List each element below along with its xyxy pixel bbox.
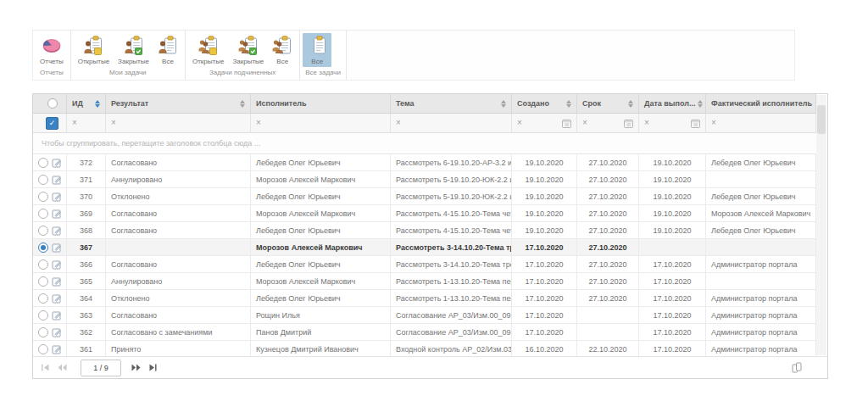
column-label: Создано	[517, 99, 549, 108]
subordinate-tasks-all-button[interactable]: Все	[268, 33, 297, 67]
cell-actual: Лебедев Олег Юрьевич	[706, 154, 816, 171]
cell-created: 19.10.2020	[512, 171, 577, 188]
cell-deadline: 27.10.2020	[577, 256, 639, 273]
edit-row-icon[interactable]	[52, 259, 62, 270]
filter-cell-created[interactable]: ×	[512, 114, 577, 133]
select-all-checkbox[interactable]: ✓	[46, 117, 58, 130]
button-label: Отчеты	[40, 58, 64, 65]
table-row[interactable]: 369СогласованоМорозов Алексей МарковичРа…	[33, 205, 816, 222]
edit-row-icon[interactable]	[52, 209, 62, 219]
filter-cell-actual-executor[interactable]: ×	[706, 114, 816, 133]
grid-header-row: ИД Результат Исполнитель Тема Создано Ср…	[33, 94, 816, 114]
edit-row-icon[interactable]	[52, 243, 62, 253]
table-row[interactable]: 366СогласованоЛебедев Олег ЮрьевичРассмо…	[33, 256, 816, 273]
column-label: Срок	[582, 99, 601, 108]
edit-row-icon[interactable]	[52, 293, 62, 304]
row-radio[interactable]	[38, 226, 48, 236]
edit-row-icon[interactable]	[52, 327, 62, 337]
table-row[interactable]: 364ОтклоненоЛебедев Олег ЮрьевичРассмотр…	[33, 290, 816, 307]
last-page-button[interactable]	[149, 364, 157, 371]
column-header-actual-executor[interactable]: Фактический исполнитель	[706, 94, 816, 114]
column-header-id[interactable]: ИД	[67, 94, 106, 114]
table-row[interactable]: 362Согласовано с замечаниямиПанов Дмитри…	[33, 324, 816, 341]
column-header-result[interactable]: Результат	[106, 94, 251, 114]
table-row[interactable]: 372СогласованоЛебедев Олег ЮрьевичРассмо…	[33, 154, 816, 171]
clear-filter-icon[interactable]: ×	[396, 119, 401, 127]
next-page-button[interactable]	[131, 364, 141, 371]
row-radio[interactable]	[38, 259, 48, 270]
cell-done: 17.10.2020	[639, 307, 706, 324]
table-row[interactable]: 365АннулированоМорозов Алексей МарковичР…	[33, 273, 816, 290]
cell-result	[106, 239, 251, 256]
column-header-executor[interactable]: Исполнитель	[251, 94, 391, 114]
row-radio[interactable]	[38, 209, 48, 219]
clear-filter-icon[interactable]: ×	[711, 119, 716, 127]
cell-created: 19.10.2020	[512, 205, 577, 222]
table-row[interactable]: 368СогласованоЛебедев Олег ЮрьевичРассмо…	[33, 222, 816, 239]
my-tasks-all-button[interactable]: Все	[153, 33, 182, 67]
my-tasks-open-button[interactable]: Открытые	[74, 33, 114, 67]
column-header-deadline[interactable]: Срок	[577, 94, 639, 114]
clear-filter-icon[interactable]: ×	[111, 119, 116, 127]
table-row[interactable]: 371АннулированоМорозов Алексей МарковичР…	[33, 171, 816, 188]
calendar-icon[interactable]	[562, 119, 571, 128]
edit-row-icon[interactable]	[52, 344, 62, 354]
filter-cell-id[interactable]: ×	[67, 114, 106, 133]
filter-cell-deadline[interactable]: ×	[577, 114, 639, 133]
column-header-theme[interactable]: Тема	[391, 94, 512, 114]
group-by-bar[interactable]: Чтобы сгруппировать, перетащите заголово…	[33, 133, 816, 154]
reports-button[interactable]: Отчеты	[36, 33, 68, 67]
table-row[interactable]: 363СогласованоРощин ИльяСогласование АР_…	[33, 307, 816, 324]
column-chooser-icon[interactable]	[792, 362, 802, 373]
calendar-icon[interactable]	[624, 119, 633, 128]
filter-cell-done-date[interactable]: ×	[639, 114, 706, 133]
row-radio[interactable]	[38, 293, 48, 304]
column-header-done-date[interactable]: Дата выпол...	[639, 94, 706, 114]
filter-cell-result[interactable]: ×	[106, 114, 251, 133]
cell-result: Согласовано	[106, 256, 251, 273]
edit-row-icon[interactable]	[52, 276, 62, 287]
clear-filter-icon[interactable]: ×	[582, 119, 587, 127]
edit-row-icon[interactable]	[52, 310, 62, 321]
row-radio[interactable]	[38, 243, 48, 253]
header-radio[interactable]	[47, 98, 58, 109]
clear-filter-icon[interactable]: ×	[644, 119, 649, 127]
subordinate-tasks-open-button[interactable]: Открытые	[188, 33, 228, 67]
clear-filter-icon[interactable]: ×	[517, 119, 522, 127]
cell-result: Аннулировано	[106, 171, 251, 188]
column-header-created[interactable]: Создано	[512, 94, 577, 114]
row-radio[interactable]	[38, 175, 48, 185]
my-tasks-closed-button[interactable]: Закрытые	[114, 33, 153, 67]
scrollbar-thumb[interactable]	[817, 105, 826, 134]
prev-page-button[interactable]	[58, 364, 67, 371]
edit-row-icon[interactable]	[52, 158, 62, 168]
cell-deadline: 27.10.2020	[577, 205, 639, 222]
row-radio[interactable]	[38, 192, 48, 202]
filter-cell-executor[interactable]: ×	[251, 114, 391, 133]
toolbar-group-my-tasks: Открытые Закрытые Все Мои задачи	[71, 31, 186, 80]
filter-cell-theme[interactable]: ×	[391, 114, 512, 133]
table-row[interactable]: 361ПринятоКузнецов Дмитрий ИвановичВходн…	[33, 341, 816, 358]
row-radio[interactable]	[38, 276, 48, 287]
vertical-scrollbar[interactable]	[816, 95, 826, 355]
row-radio[interactable]	[38, 327, 48, 337]
row-radio[interactable]	[38, 310, 48, 321]
sort-caret-icon	[566, 100, 571, 108]
cell-actual: Администратор портала	[706, 324, 816, 341]
page-number-input[interactable]: 1 / 9	[81, 360, 121, 376]
row-radio[interactable]	[38, 344, 48, 354]
edit-row-icon[interactable]	[52, 192, 62, 202]
row-radio[interactable]	[38, 158, 48, 168]
table-row[interactable]: 370ОтклоненоЛебедев Олег ЮрьевичРассмотр…	[33, 188, 816, 205]
subordinate-tasks-closed-button[interactable]: Закрытые	[228, 33, 268, 67]
clear-filter-icon[interactable]: ×	[72, 119, 77, 127]
table-row[interactable]: 367Морозов Алексей МарковичРассмотреть 3…	[33, 239, 816, 256]
pie-chart-icon	[42, 36, 62, 56]
edit-row-icon[interactable]	[52, 226, 62, 236]
clear-filter-icon[interactable]: ×	[256, 119, 261, 127]
cell-id: 361	[67, 341, 106, 358]
edit-row-icon[interactable]	[52, 175, 62, 185]
first-page-button[interactable]	[42, 364, 49, 371]
all-tasks-button[interactable]: Все	[303, 33, 331, 67]
calendar-icon[interactable]	[691, 119, 700, 128]
